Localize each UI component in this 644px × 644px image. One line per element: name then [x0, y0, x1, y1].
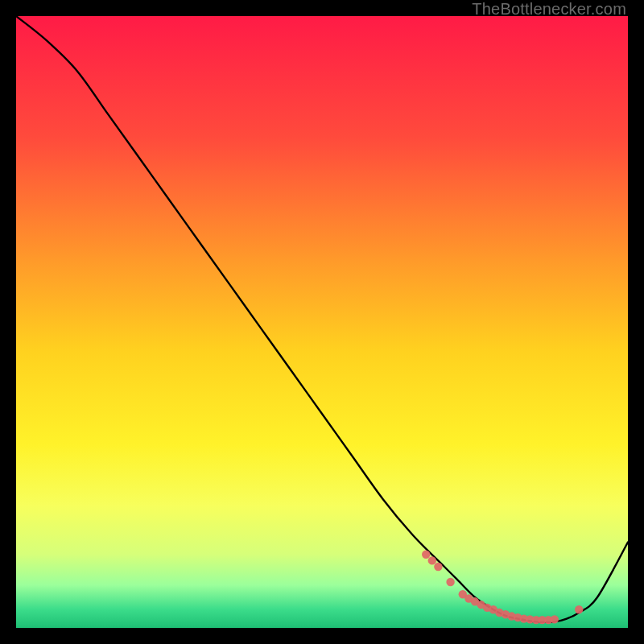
bottleneck-chart [16, 16, 628, 628]
chart-background-gradient [16, 16, 628, 628]
curve-marker [551, 615, 559, 623]
curve-marker [575, 605, 583, 613]
chart-frame [16, 16, 628, 628]
curve-marker [446, 578, 454, 586]
curve-marker [434, 563, 442, 571]
watermark-text: TheBottlenecker.com [472, 0, 626, 19]
curve-marker [428, 556, 436, 564]
curve-marker [422, 551, 430, 559]
